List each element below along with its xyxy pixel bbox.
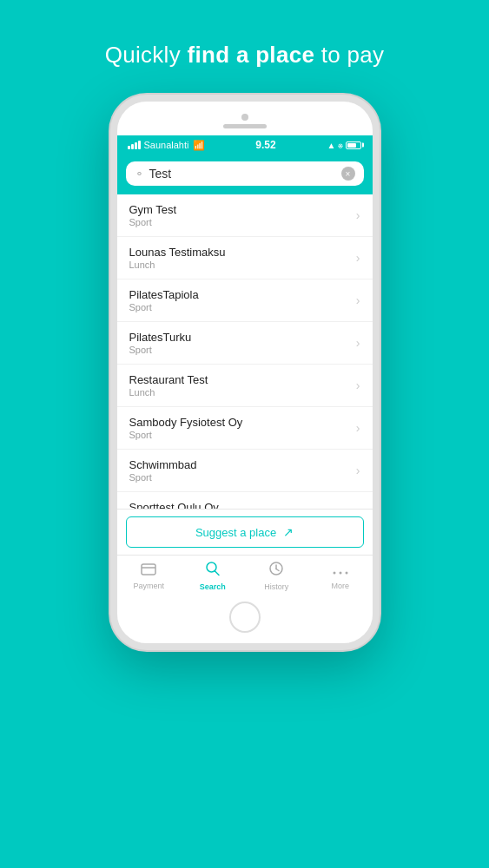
headline-prefix: Quickly — [105, 42, 188, 68]
result-item[interactable]: Schwimmbad Sport › — [117, 450, 373, 492]
tab-history[interactable]: History — [245, 561, 309, 591]
tab-bar: Payment Search History More — [117, 555, 373, 595]
status-right: ▲ ⎈ — [327, 141, 362, 150]
home-button[interactable] — [229, 602, 261, 633]
svg-rect-0 — [142, 564, 155, 575]
history-tab-label: History — [264, 582, 288, 591]
signal-bar-4 — [138, 141, 141, 149]
bluetooth-icon: ⎈ — [338, 141, 343, 150]
result-category: Sport — [129, 345, 192, 355]
result-text: Lounas Testimaksu Lunch — [129, 246, 226, 270]
search-bar-container: ⚬ Test × — [117, 155, 373, 194]
suggest-label: Suggest a place — [195, 526, 276, 539]
chevron-right-icon: › — [356, 421, 360, 435]
search-clear-button[interactable]: × — [341, 167, 355, 181]
phone-shell: Saunalahti 📶 9.52 ▲ ⎈ ⚬ Test × Gym Test — [110, 95, 380, 650]
battery-fill — [347, 143, 355, 148]
svg-point-8 — [339, 572, 341, 575]
result-text: PilatesTapiola Sport — [129, 288, 199, 312]
status-bar: Saunalahti 📶 9.52 ▲ ⎈ — [117, 135, 373, 155]
result-category: Sport — [129, 430, 243, 440]
result-text: Sporttest Oulu Oy Sport — [129, 501, 219, 509]
camera — [241, 114, 248, 121]
more-tab-label: More — [331, 582, 349, 590]
signal-bar-3 — [135, 142, 137, 149]
result-item[interactable]: PilatesTapiola Sport › — [117, 279, 373, 322]
result-name: PilatesTurku — [129, 331, 192, 344]
result-name: Gym Test — [129, 203, 177, 216]
svg-point-7 — [333, 572, 335, 575]
result-name: Sporttest Oulu Oy — [129, 501, 219, 509]
result-name: Sambody Fysiotest Oy — [129, 416, 243, 429]
external-link-icon: ↗ — [283, 525, 294, 539]
battery-icon — [346, 141, 361, 149]
result-item[interactable]: PilatesTurku Sport › — [117, 322, 373, 365]
search-tab-label: Search — [200, 582, 226, 591]
signal-bars — [128, 141, 141, 149]
suggest-button[interactable]: Suggest a place ↗ — [126, 516, 364, 548]
result-text: PilatesTurku Sport — [129, 331, 192, 355]
screen-content: ⚬ Test × Gym Test Sport › Lounas Testima… — [117, 155, 373, 595]
tab-search[interactable]: Search — [181, 561, 245, 591]
search-icon: ⚬ — [135, 168, 144, 181]
result-text: Sambody Fysiotest Oy Sport — [129, 416, 243, 440]
chevron-right-icon: › — [356, 208, 360, 222]
chevron-right-icon: › — [356, 464, 360, 477]
result-text: Restaurant Test Lunch — [129, 373, 208, 398]
result-category: Sport — [129, 472, 197, 483]
result-item[interactable]: Lounas Testimaksu Lunch › — [117, 237, 373, 279]
speaker — [223, 124, 267, 128]
result-category: Sport — [129, 217, 177, 227]
result-name: Lounas Testimaksu — [129, 246, 226, 259]
phone-top-bar — [117, 102, 373, 135]
search-bar[interactable]: ⚬ Test × — [126, 161, 364, 186]
carrier-label: Saunalahti — [144, 140, 189, 150]
result-category: Sport — [129, 302, 199, 312]
result-text: Schwimmbad Sport — [129, 458, 197, 483]
results-list: Gym Test Sport › Lounas Testimaksu Lunch… — [117, 194, 373, 509]
result-item[interactable]: Sambody Fysiotest Oy Sport › — [117, 407, 373, 450]
result-text: Gym Test Sport — [129, 203, 177, 227]
payment-tab-label: Payment — [133, 582, 164, 590]
search-tab-icon — [205, 561, 221, 581]
chevron-right-icon: › — [356, 251, 360, 265]
search-input[interactable]: Test — [149, 167, 336, 181]
headline: Quickly find a place to pay — [105, 42, 385, 69]
result-name: Schwimmbad — [129, 458, 197, 471]
result-item[interactable]: Sporttest Oulu Oy Sport › — [117, 492, 373, 509]
status-time: 9.52 — [255, 139, 275, 151]
signal-bar-1 — [128, 146, 130, 149]
result-category: Lunch — [129, 387, 208, 398]
result-item[interactable]: Gym Test Sport › — [117, 194, 373, 237]
svg-line-3 — [215, 571, 219, 575]
result-name: Restaurant Test — [129, 373, 208, 386]
svg-point-9 — [345, 572, 347, 575]
history-tab-icon — [268, 561, 284, 581]
tab-more[interactable]: More — [308, 562, 373, 590]
signal-bar-2 — [131, 144, 134, 149]
status-left: Saunalahti 📶 — [128, 140, 205, 151]
chevron-right-icon: › — [356, 378, 360, 392]
home-button-area — [117, 595, 373, 643]
result-item[interactable]: Restaurant Test Lunch › — [117, 365, 373, 407]
result-category: Lunch — [129, 260, 226, 270]
suggest-container: Suggest a place ↗ — [117, 509, 373, 555]
svg-line-6 — [276, 569, 279, 571]
wifi-icon: 📶 — [193, 140, 205, 151]
payment-tab-icon — [141, 562, 156, 580]
location-icon: ▲ — [327, 141, 336, 150]
headline-bold: find a place — [188, 42, 315, 68]
headline-suffix: to pay — [314, 42, 384, 68]
result-name: PilatesTapiola — [129, 288, 199, 301]
chevron-right-icon: › — [356, 336, 360, 350]
more-tab-icon — [333, 562, 348, 580]
chevron-right-icon: › — [356, 293, 360, 307]
tab-payment[interactable]: Payment — [117, 562, 182, 590]
